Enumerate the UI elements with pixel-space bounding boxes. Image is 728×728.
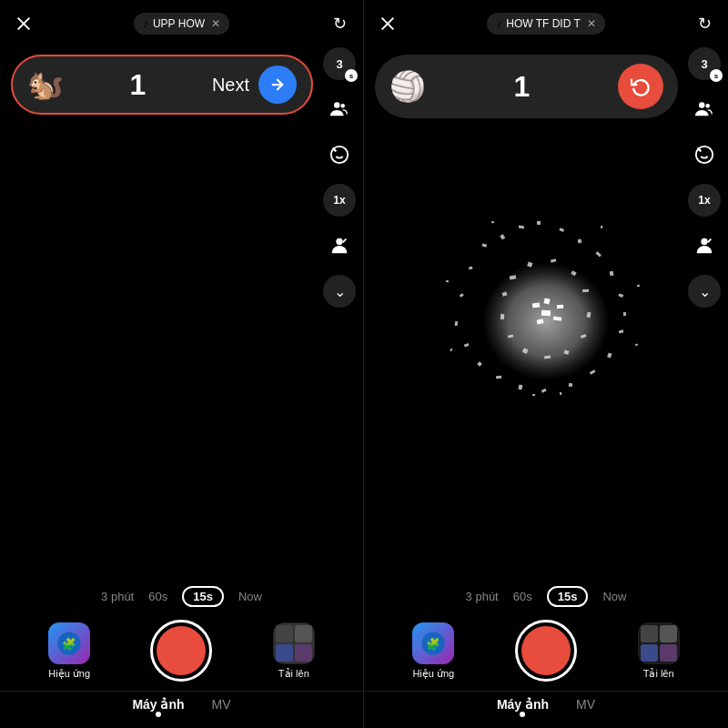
tab-camera-left[interactable]: Máy ảnh (132, 697, 184, 715)
music-icon-left: ♪ (143, 17, 148, 30)
music-tab-right[interactable]: ♪ HOW TF DID T ✕ (487, 13, 605, 35)
people-icon-left[interactable] (323, 93, 356, 126)
counter-emoji-left: 🐿️ (27, 70, 64, 99)
tab-bar-right: Máy ảnh MV (364, 691, 728, 719)
time-3phut-left[interactable]: 3 phút (101, 590, 134, 603)
svg-rect-28 (519, 225, 524, 228)
svg-rect-36 (454, 321, 458, 326)
svg-rect-46 (623, 312, 626, 316)
svg-text:🧩: 🧩 (426, 636, 440, 651)
timer-icon-right[interactable]: 3 s (688, 47, 721, 80)
person-icon-right[interactable] (688, 229, 721, 262)
svg-rect-33 (610, 271, 614, 277)
counter-card-right[interactable]: 🏐 1 (375, 55, 678, 118)
record-inner-left (157, 626, 206, 675)
chevron-icon-left[interactable]: ⌄ (323, 275, 356, 308)
effect-button-right[interactable]: 🧩 Hiệu ứng (412, 622, 454, 680)
svg-rect-78 (660, 625, 677, 642)
svg-rect-40 (518, 385, 522, 390)
upload-button-right[interactable]: Tải lên (638, 622, 680, 680)
tab-mv-right[interactable]: MV (576, 697, 595, 715)
time-selector-right: 3 phút 60s 15s Now (364, 577, 728, 612)
svg-line-7 (343, 239, 347, 243)
svg-rect-42 (569, 383, 573, 388)
svg-point-22 (701, 238, 707, 245)
svg-line-21 (698, 148, 702, 152)
time-selector-left: 3 phút 60s 15s Now (0, 577, 363, 612)
speed-icon-left[interactable]: 1x (323, 184, 356, 217)
count-number-right: 1 (435, 70, 609, 104)
time-60s-left[interactable]: 60s (148, 590, 167, 603)
tab-mv-left[interactable]: MV (212, 697, 231, 715)
svg-rect-32 (595, 251, 602, 257)
svg-rect-80 (660, 644, 677, 662)
svg-rect-31 (578, 239, 582, 244)
face-icon-left[interactable] (323, 138, 356, 171)
svg-rect-58 (500, 314, 505, 319)
close-button-left[interactable] (11, 11, 36, 36)
svg-rect-39 (496, 376, 501, 379)
bottom-controls-left: 3 phút 60s 15s Now 🧩 Hiệu ứng (0, 577, 363, 728)
svg-rect-38 (477, 361, 482, 367)
svg-rect-37 (464, 343, 470, 348)
upload-icon-left (273, 622, 315, 664)
effect-icon-right: 🧩 (412, 622, 454, 664)
music-title-left: UPP HOW (153, 17, 205, 30)
counter-emoji-right: 🏐 (389, 69, 426, 104)
next-button-left[interactable] (258, 66, 297, 104)
svg-rect-29 (537, 221, 541, 225)
right-panel: ♪ HOW TF DID T ✕ ↻ 3 s (364, 0, 728, 728)
person-icon-left[interactable] (323, 229, 356, 262)
time-60s-right[interactable]: 60s (513, 590, 532, 603)
svg-point-16 (699, 102, 704, 107)
tab-close-left[interactable]: ✕ (211, 17, 220, 30)
svg-rect-66 (532, 394, 535, 396)
refresh-button-right[interactable]: ↻ (692, 11, 717, 36)
svg-rect-26 (482, 244, 488, 248)
record-inner-right (521, 626, 571, 675)
time-now-right[interactable]: Now (602, 590, 626, 603)
people-icon-right[interactable] (688, 93, 721, 126)
speed-icon-right[interactable]: 1x (688, 184, 721, 217)
time-now-left[interactable]: Now (238, 590, 262, 603)
top-bar-right: ♪ HOW TF DID T ✕ ↻ (364, 0, 728, 47)
timer-icon-left[interactable]: 3 s (323, 47, 356, 80)
svg-rect-30 (559, 228, 564, 232)
top-bar-left: ♪ UPP HOW ✕ ↻ (0, 0, 363, 47)
music-icon-right: ♪ (496, 17, 501, 30)
svg-rect-45 (619, 329, 624, 333)
svg-text:🧩: 🧩 (62, 636, 76, 651)
upload-label-left: Tải lên (278, 668, 309, 680)
upload-icon-right (638, 622, 680, 664)
time-3phut-right[interactable]: 3 phút (466, 590, 499, 603)
tab-camera-right[interactable]: Máy ảnh (497, 697, 549, 715)
close-button-right[interactable] (375, 11, 400, 36)
time-15s-right[interactable]: 15s (547, 586, 589, 607)
svg-point-24 (482, 262, 610, 380)
svg-rect-63 (635, 343, 639, 346)
counter-card-left[interactable]: 🐿️ 1 Next (11, 55, 313, 115)
refresh-button-left[interactable]: ↻ (327, 11, 352, 36)
replay-button-right[interactable] (618, 64, 663, 109)
explosion-effect (428, 194, 664, 430)
svg-rect-44 (607, 352, 612, 358)
svg-point-1 (340, 104, 345, 108)
svg-rect-41 (541, 389, 547, 393)
bottom-controls-right: 3 phút 60s 15s Now 🧩 Hiệu ứng (364, 577, 728, 728)
svg-rect-60 (446, 280, 449, 283)
face-icon-right[interactable] (688, 138, 721, 171)
effect-button-left[interactable]: 🧩 Hiệu ứng (48, 622, 90, 680)
record-row-right: 🧩 Hiệu ứng Tải lên (364, 612, 728, 691)
music-tab-left[interactable]: ♪ UPP HOW ✕ (134, 13, 229, 35)
svg-rect-77 (641, 625, 658, 642)
record-button-right[interactable] (515, 620, 577, 682)
main-area-right (364, 47, 728, 577)
svg-rect-73 (541, 310, 551, 317)
effect-label-left: Hiệu ứng (48, 668, 90, 680)
record-button-left[interactable] (150, 620, 212, 682)
tab-close-right[interactable]: ✕ (587, 17, 596, 30)
svg-rect-67 (560, 392, 561, 395)
upload-button-left[interactable]: Tải lên (273, 622, 315, 680)
chevron-icon-right[interactable]: ⌄ (688, 275, 721, 308)
time-15s-left[interactable]: 15s (182, 586, 224, 607)
